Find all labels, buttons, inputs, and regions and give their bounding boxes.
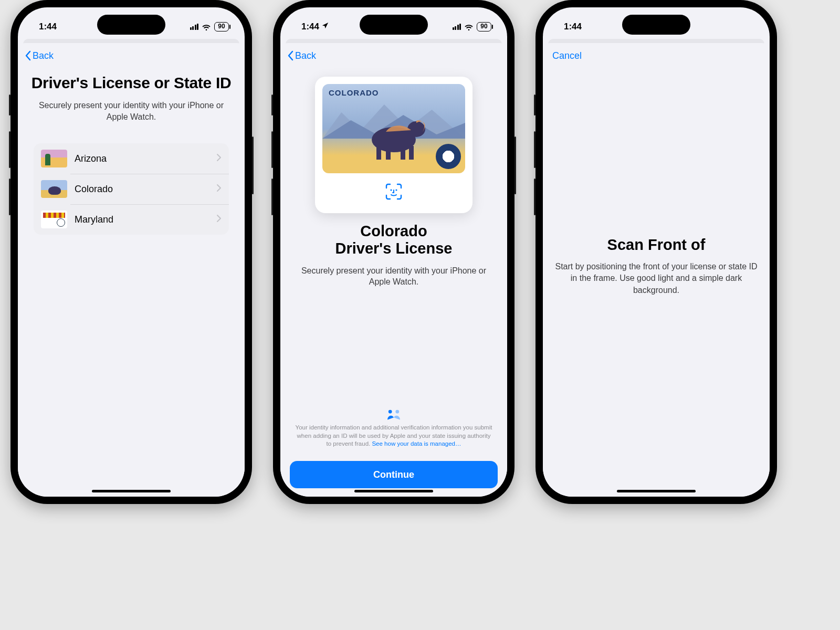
privacy-text: Your identity information and additional… xyxy=(295,424,492,448)
face-id-icon xyxy=(385,183,403,201)
dynamic-island xyxy=(622,15,690,35)
status-time: 1:44 xyxy=(39,22,57,32)
status-time: 1:44 xyxy=(301,22,319,32)
power-button xyxy=(252,136,254,194)
location-icon xyxy=(321,22,329,32)
back-label: Back xyxy=(295,50,316,61)
page-body: Start by positioning the front of your l… xyxy=(554,261,758,296)
chevron-right-icon xyxy=(216,214,222,225)
state-label: Maryland xyxy=(75,214,209,225)
volume-up-button xyxy=(534,131,536,168)
continue-button[interactable]: Continue xyxy=(290,461,498,488)
privacy-handshake-icon xyxy=(385,409,403,421)
screen-3: 1:44 Cancel Scan Front of Start by posit… xyxy=(543,7,770,497)
colorado-license-art: COLORADO xyxy=(322,84,465,173)
page-subtitle: Securely present your identity with your… xyxy=(292,265,496,288)
volume-down-button xyxy=(271,178,273,215)
svg-point-6 xyxy=(390,189,392,191)
home-indicator[interactable] xyxy=(617,490,696,492)
chevron-left-icon xyxy=(287,50,294,61)
phone-frame-2: 1:44 90 Back xyxy=(273,0,514,504)
license-card: COLORADO xyxy=(315,77,472,213)
screenshot-stage: 1:44 90 Back xyxy=(0,0,840,504)
back-button[interactable]: Back xyxy=(24,50,54,61)
screen-2: 1:44 90 Back xyxy=(280,7,507,497)
svg-rect-2 xyxy=(386,146,391,160)
silence-switch xyxy=(534,94,536,116)
volume-down-button xyxy=(534,178,536,215)
cancel-button[interactable]: Cancel xyxy=(549,50,582,61)
silence-switch xyxy=(271,94,273,116)
page-title: Colorado Driver's License xyxy=(292,223,496,258)
volume-up-button xyxy=(9,131,10,168)
back-label: Back xyxy=(33,50,54,61)
cellular-icon xyxy=(453,24,461,30)
wifi-icon xyxy=(202,23,211,30)
silence-switch xyxy=(9,94,10,116)
dynamic-island xyxy=(97,15,165,35)
svg-point-7 xyxy=(395,189,397,191)
home-indicator[interactable] xyxy=(354,490,433,492)
battery-indicator: 90 xyxy=(214,22,229,32)
volume-up-button xyxy=(271,131,273,168)
state-thumb-colorado xyxy=(41,180,67,198)
battery-indicator: 90 xyxy=(477,22,491,32)
bighorn-sheep-icon xyxy=(354,103,433,163)
state-row-colorado[interactable]: Colorado xyxy=(34,174,229,204)
privacy-link[interactable]: See how your data is managed… xyxy=(372,440,461,447)
svg-point-5 xyxy=(407,121,425,137)
state-thumb-maryland xyxy=(41,211,67,228)
chevron-right-icon xyxy=(216,153,222,164)
dynamic-island xyxy=(360,15,428,35)
page-title: Scan Front of xyxy=(554,236,758,254)
state-row-maryland[interactable]: Maryland xyxy=(34,204,229,235)
phone-frame-3: 1:44 Cancel Scan Front of Start by posit… xyxy=(536,0,777,504)
page-title: Driver's License or State ID xyxy=(30,74,232,92)
state-thumb-arizona xyxy=(41,150,67,167)
status-time: 1:44 xyxy=(564,22,582,32)
license-state-name: COLORADO xyxy=(329,88,379,97)
wifi-icon xyxy=(464,23,474,30)
svg-rect-1 xyxy=(376,146,381,160)
state-row-arizona[interactable]: Arizona xyxy=(34,143,229,174)
back-button[interactable]: Back xyxy=(287,50,316,61)
phone-frame-1: 1:44 90 Back xyxy=(10,0,252,504)
state-list: Arizona Colorado Maryland xyxy=(34,143,229,235)
svg-rect-3 xyxy=(401,146,405,160)
power-button xyxy=(514,136,516,194)
modal-sheet: Cancel Scan Front of Start by positionin… xyxy=(543,43,770,497)
state-label: Arizona xyxy=(75,153,209,164)
screen-1: 1:44 90 Back xyxy=(18,7,245,497)
chevron-left-icon xyxy=(24,50,32,61)
home-indicator[interactable] xyxy=(92,490,171,492)
page-subtitle: Securely present your identity with your… xyxy=(30,100,232,122)
state-label: Colorado xyxy=(75,184,209,195)
svg-point-9 xyxy=(395,410,399,414)
state-seal-icon xyxy=(436,144,461,169)
modal-sheet: Back Driver's License or State ID Secure… xyxy=(18,43,245,497)
svg-point-8 xyxy=(388,410,392,414)
privacy-block: Your identity information and additional… xyxy=(280,409,507,456)
volume-down-button xyxy=(9,178,10,215)
chevron-right-icon xyxy=(216,184,222,194)
modal-sheet: Back COLORADO xyxy=(280,43,507,497)
svg-rect-4 xyxy=(409,146,414,160)
cellular-icon xyxy=(190,24,199,30)
